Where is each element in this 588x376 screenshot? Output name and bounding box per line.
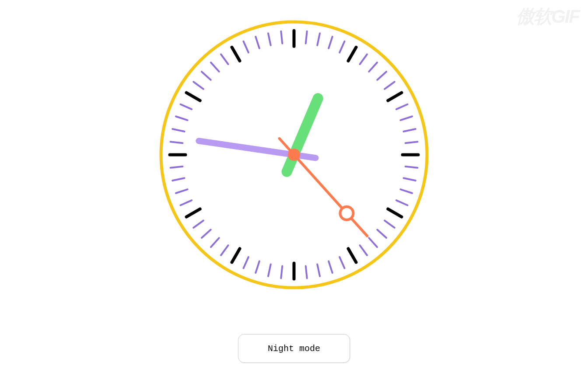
second-hand-ring bbox=[340, 207, 353, 220]
night-mode-button[interactable]: Night mode bbox=[238, 334, 350, 363]
clock-face bbox=[159, 20, 429, 289]
analog-clock bbox=[159, 20, 429, 292]
clock-center-dot bbox=[288, 149, 300, 161]
watermark-text: 傲软GIF bbox=[516, 4, 579, 29]
